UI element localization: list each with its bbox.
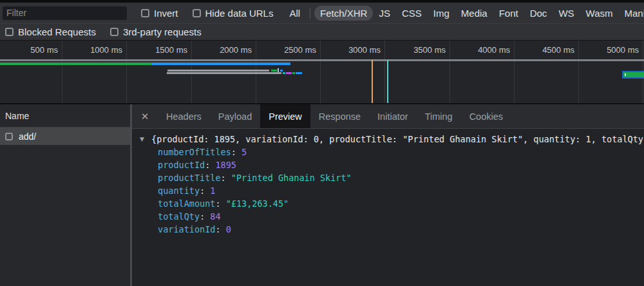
timeline-tick-label: 1000 ms: [73, 45, 122, 55]
blocked-requests-label: Blocked Requests: [18, 26, 96, 37]
json-property-row: variationId: 0: [158, 223, 644, 236]
json-colon: :: [215, 224, 225, 234]
timeline-gridline: [384, 41, 385, 103]
timeline-tick-label: 3500 ms: [397, 45, 446, 55]
event-marker-orange: [372, 60, 373, 104]
request-row-add[interactable]: add/: [0, 128, 130, 145]
timeline-gridline: [126, 41, 127, 103]
json-property-row: quantity: 1: [158, 184, 644, 197]
filter-tab-doc[interactable]: Doc: [524, 6, 553, 21]
waterfall-dash-green: [292, 72, 295, 74]
network-filter-toolbar: Invert Hide data URLs All Fetch/XHR JS C…: [0, 3, 644, 23]
timeline-tick-label: 3000 ms: [332, 45, 381, 55]
filter-tab-fetch-xhr[interactable]: Fetch/XHR: [314, 6, 373, 21]
selected-request-tick: [625, 73, 626, 76]
filter-tab-media[interactable]: Media: [455, 6, 493, 21]
waterfall-dash-blue: [280, 70, 283, 72]
json-colon: :: [200, 211, 210, 222]
json-key: totalQty: [158, 211, 200, 222]
waterfall-dash-purple: [286, 72, 292, 74]
json-colon: :: [200, 186, 210, 196]
event-marker-cyan: [387, 60, 388, 104]
waterfall-dash-green: [271, 70, 277, 72]
json-key: quantity: [158, 186, 200, 196]
filter-input[interactable]: [3, 6, 127, 20]
waterfall-bar-blue: [152, 62, 290, 65]
filter-tab-font[interactable]: Font: [493, 6, 524, 21]
json-property-row: productId: 1895: [158, 158, 644, 171]
filter-tab-wasm[interactable]: Wasm: [580, 6, 619, 21]
json-root-row[interactable]: ▼ {productId: 1895, variationId: 0, prod…: [132, 133, 644, 146]
json-value: "£13,263.45": [226, 198, 289, 209]
name-column-header[interactable]: Name: [0, 104, 130, 128]
tab-headers[interactable]: Headers: [158, 104, 210, 128]
filter-tab-img[interactable]: Img: [428, 6, 455, 21]
request-name: add/: [19, 131, 36, 142]
timeline-tick-label: 5000 ms: [590, 45, 639, 55]
timeline-tick-label: 2500 ms: [267, 45, 316, 55]
json-property-row: productTitle: "Printed Ghanain Skirt": [158, 171, 644, 184]
json-key: totalAmount: [158, 198, 215, 209]
filter-tab-js[interactable]: JS: [373, 6, 396, 21]
request-type-filters: All Fetch/XHR JS CSS Img Media Font Doc …: [283, 6, 644, 21]
json-colon: :: [221, 173, 231, 183]
json-property-row: totalAmount: "£13,263.45": [158, 197, 644, 210]
overview-separator-line: [0, 59, 644, 61]
tab-preview[interactable]: Preview: [260, 104, 310, 128]
tab-timing[interactable]: Timing: [417, 104, 461, 128]
devtools-network-panel: Invert Hide data URLs All Fetch/XHR JS C…: [0, 0, 644, 286]
filter-tab-manifest[interactable]: Manifest: [619, 6, 644, 21]
network-overview-timeline: 500 ms 1000 ms 1500 ms 2000 ms 2500 ms 3…: [0, 40, 644, 104]
network-filter-toolbar-row2: Blocked Requests 3rd-party requests: [0, 23, 644, 40]
timeline-gridline: [578, 41, 579, 103]
json-key: productTitle: [158, 173, 221, 183]
tab-response[interactable]: Response: [310, 104, 369, 128]
timeline-tick-label: 4500 ms: [526, 45, 574, 55]
network-lower-split: Name add/ ✕ Headers Payload Preview Resp…: [0, 104, 644, 286]
waterfall-dash-teal: [283, 72, 285, 74]
filter-divider: [310, 8, 310, 19]
tab-initiator[interactable]: Initiator: [369, 104, 417, 128]
json-value: 0: [226, 224, 231, 234]
request-detail-panel: ✕ Headers Payload Preview Response Initi…: [132, 104, 644, 286]
waterfall-bar-gray: [167, 72, 281, 74]
filter-tab-ws[interactable]: WS: [553, 6, 580, 21]
timeline-tick-label: 500 ms: [9, 45, 58, 55]
json-value: 1: [210, 186, 215, 196]
filter-tab-css[interactable]: CSS: [396, 6, 428, 21]
expand-caret-icon[interactable]: ▼: [140, 133, 151, 146]
waterfall-bar-gray: [167, 70, 269, 72]
json-value: 5: [242, 147, 247, 157]
third-party-requests-checkbox[interactable]: [110, 28, 118, 36]
tab-cookies[interactable]: Cookies: [461, 104, 511, 128]
timeline-tick-label: 1500 ms: [138, 45, 187, 55]
hide-data-urls-checkbox[interactable]: [193, 9, 201, 17]
timeline-tick-label: 4000 ms: [461, 45, 510, 55]
detail-tabbar: ✕ Headers Payload Preview Response Initi…: [132, 104, 644, 129]
json-key: variationId: [158, 224, 215, 234]
json-value: 1895: [215, 160, 236, 170]
json-root-summary: {productId: 1895, variationId: 0, produc…: [151, 133, 644, 146]
request-checkbox[interactable]: [5, 133, 13, 140]
filter-tab-all[interactable]: All: [283, 6, 306, 21]
close-icon[interactable]: ✕: [132, 104, 158, 128]
invert-label: Invert: [154, 8, 178, 19]
json-key: productId: [158, 160, 205, 170]
json-colon: :: [231, 147, 242, 157]
json-value: 84: [210, 211, 220, 222]
timeline-gridline: [320, 41, 321, 103]
waterfall-dash-blue: [296, 72, 302, 74]
invert-checkbox[interactable]: [141, 9, 149, 17]
blocked-requests-checkbox[interactable]: [5, 28, 14, 36]
requests-list-panel: Name add/: [0, 104, 130, 286]
tab-payload[interactable]: Payload: [210, 104, 260, 128]
json-property-row: totalQty: 84: [158, 210, 644, 223]
json-preview: ▼ {productId: 1895, variationId: 0, prod…: [132, 129, 644, 286]
hide-data-urls-label: Hide data URLs: [205, 8, 274, 19]
timeline-gridline: [514, 41, 515, 103]
selected-request-bar: [622, 71, 644, 79]
json-value: "Printed Ghanain Skirt": [231, 173, 352, 183]
json-colon: :: [215, 198, 225, 209]
third-party-requests-label: 3rd-party requests: [123, 26, 202, 37]
json-colon: :: [205, 160, 215, 170]
